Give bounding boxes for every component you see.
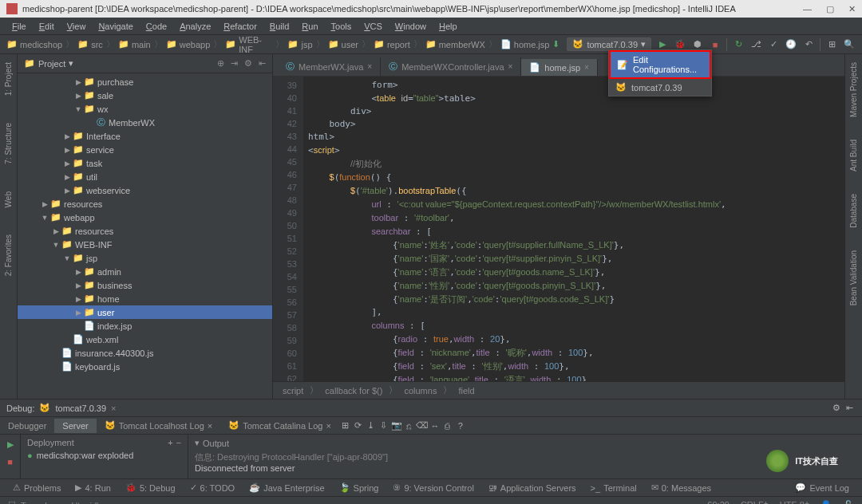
close-tab-icon[interactable]: ×: [584, 63, 589, 72]
collapse-icon[interactable]: ▾: [195, 438, 200, 448]
tool-window-database[interactable]: Database: [848, 191, 860, 231]
menu-edit[interactable]: Edit: [34, 20, 60, 33]
debug-tab-debugger[interactable]: Debugger: [0, 419, 54, 433]
tool-window-1-project[interactable]: 1: Project: [2, 59, 14, 99]
editor-breadcrumb-item[interactable]: field: [458, 386, 474, 396]
file-encoding[interactable]: UTF-8‡: [780, 500, 809, 504]
chevron-right-icon[interactable]: ▶: [62, 159, 72, 167]
close-tab-icon[interactable]: ×: [208, 421, 212, 431]
tree-node-webapp[interactable]: ▼📁webapp: [18, 211, 272, 224]
tool-window-web[interactable]: Web: [2, 188, 14, 211]
debug-tab-tomcat-localhost-log[interactable]: 🐱Tomcat Localhost Log×: [97, 418, 220, 433]
menu-navigate[interactable]: Navigate: [93, 20, 138, 33]
breadcrumb-item[interactable]: 📁user: [328, 39, 358, 49]
chevron-right-icon[interactable]: ▶: [62, 146, 72, 154]
editor-breadcrumb-item[interactable]: callback for $(): [325, 386, 382, 396]
editor-tab-memberwxcontroller-java[interactable]: ⒸMemberWXController.java×: [381, 57, 521, 76]
run-config-item[interactable]: 🐱 tomcat7.0.39: [609, 79, 711, 96]
close-tab-icon[interactable]: ×: [367, 62, 372, 71]
debug-action-icon[interactable]: 📷: [390, 419, 403, 432]
project-panel-title[interactable]: 📁 Project ▾: [24, 58, 217, 69]
breadcrumb-item[interactable]: 📁main: [118, 39, 151, 49]
chevron-right-icon[interactable]: ▶: [62, 187, 72, 195]
chevron-right-icon[interactable]: ▶: [51, 227, 61, 235]
chevron-right-icon[interactable]: ▶: [73, 309, 83, 317]
inspector-icon[interactable]: 👤: [820, 500, 832, 504]
tree-node-interface[interactable]: ▶📁Interface: [18, 129, 272, 143]
tool-window-terminal[interactable]: >_Terminal: [584, 482, 643, 494]
build-icon[interactable]: ⬇: [549, 38, 562, 51]
tree-node-admin[interactable]: ▶📁admin: [18, 265, 272, 278]
tree-node-index-jsp[interactable]: 📄index.jsp: [18, 319, 272, 333]
chevron-down-icon[interactable]: ▼: [62, 254, 72, 262]
chevron-down-icon[interactable]: ▼: [40, 214, 49, 222]
breadcrumb-item[interactable]: 📁memberWX: [425, 39, 485, 49]
restore-layout-icon[interactable]: ⊞: [339, 419, 352, 432]
tree-node-web-inf[interactable]: ▼📁WEB-INF: [18, 238, 272, 251]
update-icon[interactable]: ↻: [732, 38, 745, 51]
menu-analyze[interactable]: Analyze: [174, 20, 216, 33]
debug-action-icon[interactable]: ⇩: [378, 419, 390, 432]
line-separator[interactable]: CRLF‡: [741, 500, 769, 504]
chevron-right-icon[interactable]: ▶: [73, 268, 83, 276]
rerun-icon[interactable]: ▶: [4, 438, 17, 451]
breadcrumb-item[interactable]: 📁WEB-INF: [225, 35, 272, 54]
hide-icon[interactable]: ⇤: [843, 402, 856, 415]
tool-window-bean-validation[interactable]: Bean Validation: [848, 247, 860, 309]
status-icon[interactable]: ☐: [8, 500, 16, 504]
menu-code[interactable]: Code: [140, 20, 172, 33]
editor-tab-memberwx-java[interactable]: ⒸMemberWX.java×: [278, 57, 381, 76]
menu-run[interactable]: Run: [296, 20, 323, 33]
chevron-right-icon[interactable]: ▶: [62, 173, 72, 181]
menu-view[interactable]: View: [61, 20, 92, 33]
chevron-down-icon[interactable]: ▼: [51, 241, 61, 249]
editor-breadcrumb-item[interactable]: script: [283, 386, 303, 396]
tool-window-6-todo[interactable]: ✓6: TODO: [184, 481, 242, 494]
breadcrumb-item[interactable]: 📄home.jsp: [500, 39, 550, 49]
vcs-history-icon[interactable]: 🕘: [785, 38, 797, 51]
close-tab-icon[interactable]: ×: [508, 62, 513, 71]
tool-window-maven-projects[interactable]: Maven Projects: [848, 59, 860, 120]
close-icon[interactable]: ✕: [848, 4, 856, 14]
tool-window-java-enterprise[interactable]: ☕Java Enterprise: [243, 481, 330, 494]
edit-configurations-item[interactable]: 📝 Edit Configurations...: [609, 50, 711, 79]
breadcrumb-item[interactable]: 📁webapp: [166, 39, 211, 49]
tree-node-resources[interactable]: ▶📁resources: [18, 197, 272, 211]
tree-node-business[interactable]: ▶📁business: [18, 278, 272, 292]
add-icon[interactable]: +: [168, 438, 172, 447]
debug-action-icon[interactable]: ?: [454, 419, 467, 432]
tool-window-ant-build[interactable]: Ant Build: [848, 136, 860, 175]
breadcrumb-item[interactable]: 📁src: [77, 39, 103, 49]
vcs-icon[interactable]: ⎇: [749, 38, 762, 51]
tool-window-application-servers[interactable]: 🖳Application Servers: [482, 482, 583, 494]
deployment-item[interactable]: ● medicshop:war exploded: [27, 451, 181, 460]
tree-node-purchase[interactable]: ▶📁purchase: [18, 75, 272, 89]
gear-icon[interactable]: ⚙: [244, 58, 252, 69]
tree-node-resources[interactable]: ▶📁resources: [18, 224, 272, 238]
tree-node-webservice[interactable]: ▶📁webservice: [18, 183, 272, 197]
chevron-right-icon[interactable]: ▶: [73, 78, 83, 86]
cursor-position[interactable]: 69:29: [707, 500, 730, 504]
editor-content[interactable]: 3940414243444546474849505152535455565758…: [273, 77, 844, 381]
menu-build[interactable]: Build: [264, 20, 295, 33]
tree-node-keyboard-js[interactable]: 📄keyboard.js: [18, 360, 272, 373]
debug-action-icon[interactable]: ⌫: [416, 419, 429, 432]
breadcrumb-item[interactable]: 📁medicshop: [6, 39, 62, 49]
tool-window-5-debug[interactable]: 🐞5: Debug: [119, 481, 182, 494]
debug-action-icon[interactable]: ⎙: [441, 419, 454, 432]
tree-node-web-xml[interactable]: 📄web.xml: [18, 333, 272, 346]
chevron-right-icon[interactable]: ▶: [73, 295, 83, 303]
structure-icon[interactable]: ⊞: [825, 38, 838, 51]
minimize-icon[interactable]: —: [803, 4, 812, 14]
lock-icon[interactable]: 🔓: [843, 500, 854, 504]
debug-action-icon[interactable]: ⤓: [365, 419, 378, 432]
debug-action-icon[interactable]: ↔: [429, 419, 441, 432]
menu-vcs[interactable]: VCS: [358, 20, 388, 33]
chevron-right-icon[interactable]: ▶: [73, 92, 83, 100]
code-area[interactable]: form> <table id="table">table> div> body…: [303, 77, 844, 381]
stop-icon[interactable]: ■: [4, 455, 17, 468]
editor-tab-home-jsp[interactable]: 📄home.jsp×: [521, 59, 597, 76]
tree-node-service[interactable]: ▶📁service: [18, 143, 272, 156]
chevron-down-icon[interactable]: ▼: [73, 105, 83, 113]
debug-action-icon[interactable]: ⟳: [352, 419, 365, 432]
